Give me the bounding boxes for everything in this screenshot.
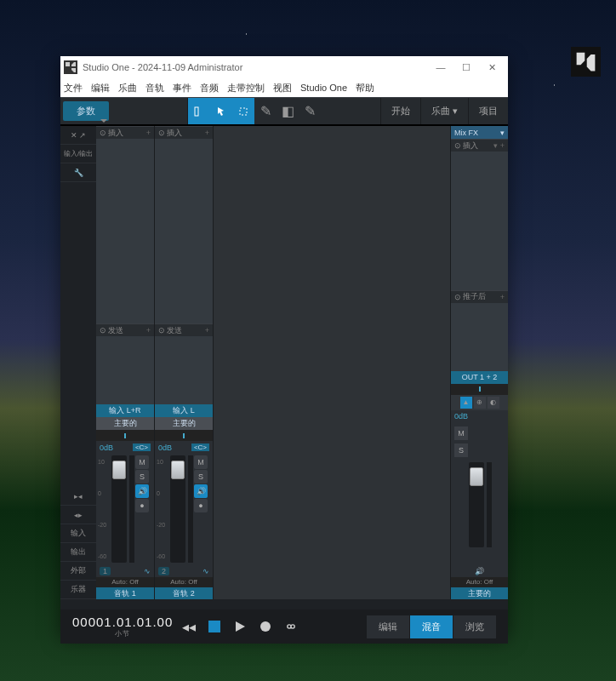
solo-button[interactable]: S	[135, 470, 149, 484]
io-button[interactable]: 输入/输出	[60, 145, 96, 163]
fader-handle[interactable]	[470, 467, 483, 486]
wrench-icon[interactable]: 🔧	[60, 163, 96, 182]
project-button[interactable]: 项目	[468, 98, 508, 124]
edit-mode-button[interactable]: 编辑	[367, 615, 409, 638]
tool-pointer[interactable]	[188, 98, 210, 124]
mute-button[interactable]: M	[194, 455, 208, 469]
mute-button[interactable]: M	[135, 455, 149, 469]
output-label[interactable]: OUT 1 + 2	[451, 371, 508, 384]
menu-edit[interactable]: 编辑	[91, 82, 110, 94]
monitor-button[interactable]: 🔊	[135, 484, 149, 498]
pan-control[interactable]	[155, 430, 213, 441]
tool-marquee[interactable]	[232, 98, 254, 124]
tool-eraser[interactable]: ◧	[277, 98, 299, 124]
master-channel: Mix FX▾ ⊙插入▾ + ⊙推子后+ OUT 1 + 2 ▲ ⊕ ◐ 0dB…	[450, 126, 508, 599]
output-label[interactable]: 主要的	[96, 417, 154, 430]
external-button[interactable]: 外部	[60, 562, 96, 581]
tool-paint[interactable]: ✎	[299, 98, 321, 124]
inserts-slot[interactable]	[155, 139, 213, 323]
horizontal-scrollbar[interactable]	[60, 599, 508, 609]
expand-icon[interactable]: ◂▸	[60, 506, 96, 524]
menu-audio[interactable]: 音频	[200, 82, 219, 94]
input-label[interactable]: 输入 L+R	[96, 404, 154, 417]
menu-track[interactable]: 音轨	[145, 82, 164, 94]
master-buttons: ▲ ⊕ ◐	[451, 395, 508, 410]
metronome-icon[interactable]: ▲	[460, 397, 472, 409]
inserts-header[interactable]: ⊙插入+	[96, 126, 154, 139]
instrument-button[interactable]: 乐器	[60, 581, 96, 599]
tray-app-icon[interactable]	[571, 47, 601, 77]
menu-file[interactable]: 文件	[64, 82, 83, 94]
gain-row: 0dB<C>	[155, 441, 213, 454]
menu-studio-one[interactable]: Studio One	[300, 83, 347, 93]
automation-mode[interactable]: Auto: Off	[451, 577, 508, 587]
browse-mode-button[interactable]: 浏览	[453, 615, 496, 638]
channel-number-row: 2∿	[155, 564, 213, 577]
inserts-header[interactable]: ⊙插入+	[155, 126, 213, 139]
inserts-header[interactable]: ⊙插入▾ +	[451, 139, 508, 152]
param-button[interactable]: 参数	[63, 101, 109, 121]
output-button[interactable]: 输出	[60, 543, 96, 562]
sends-slot[interactable]	[96, 336, 154, 404]
loop-button[interactable]	[282, 617, 300, 636]
fader[interactable]	[170, 455, 185, 563]
input-label[interactable]: 输入 L	[155, 404, 213, 417]
fader-handle[interactable]	[112, 461, 126, 479]
automation-mode[interactable]: Auto: Off	[96, 577, 154, 587]
channel-1: ⊙插入+ ⊙发送+ 输入 L+R 主要的 0dB<C> 100-20-60 M …	[96, 126, 155, 599]
wave-icon[interactable]: ∿	[144, 567, 151, 575]
mix-mode-button[interactable]: 混音	[410, 615, 453, 638]
inserts-slot[interactable]	[96, 139, 154, 323]
song-button[interactable]: 乐曲 ▾	[420, 98, 468, 124]
mono-button[interactable]: ⊕	[474, 397, 486, 409]
sends-header[interactable]: ⊙发送+	[96, 323, 154, 336]
collapse-icon[interactable]: ▸◂	[60, 487, 96, 506]
svg-rect-3	[208, 621, 220, 632]
wave-icon[interactable]: ∿	[202, 567, 209, 575]
solo-button[interactable]: S	[454, 444, 468, 457]
channel-name[interactable]: 音轨 1	[96, 587, 154, 599]
postfader-slot[interactable]	[451, 303, 508, 371]
close-button[interactable]: ✕	[479, 56, 505, 78]
record-button[interactable]	[256, 617, 275, 636]
menu-help[interactable]: 帮助	[356, 82, 374, 94]
rewind-button[interactable]: ◂◂	[180, 617, 198, 636]
output-label[interactable]: 主要的	[155, 417, 213, 430]
mute-button[interactable]: M	[454, 426, 468, 440]
menu-transport[interactable]: 走带控制	[227, 82, 265, 94]
menu-view[interactable]: 视图	[273, 82, 292, 94]
close-panel-icon[interactable]: ✕ ↗	[60, 126, 96, 145]
channel-name[interactable]: 音轨 2	[155, 587, 213, 599]
pan-control[interactable]	[96, 430, 154, 441]
tool-pencil[interactable]: ✎	[254, 98, 277, 124]
channel-number: 1	[100, 567, 111, 575]
automation-mode[interactable]: Auto: Off	[155, 577, 213, 587]
menu-event[interactable]: 事件	[173, 82, 191, 94]
time-display[interactable]: 00001.01.01.00 小节	[72, 615, 173, 638]
mixfx-header[interactable]: Mix FX▾	[451, 126, 508, 139]
inserts-slot[interactable]	[451, 152, 508, 290]
postfader-header[interactable]: ⊙推子后+	[451, 290, 508, 303]
start-button[interactable]: 开始	[380, 98, 420, 124]
solo-button[interactable]: S	[194, 470, 208, 484]
minimize-button[interactable]: —	[428, 56, 453, 78]
sends-header[interactable]: ⊙发送+	[155, 323, 213, 336]
monitor-button[interactable]: 🔊	[194, 484, 208, 498]
fader-handle[interactable]	[171, 461, 185, 479]
record-button[interactable]: ●	[135, 499, 149, 512]
tool-arrow[interactable]	[210, 98, 232, 124]
stop-button[interactable]	[205, 617, 224, 636]
sends-slot[interactable]	[155, 336, 213, 404]
pan-control[interactable]	[451, 384, 508, 395]
record-button[interactable]: ●	[194, 499, 208, 512]
master-name[interactable]: 主要的	[451, 587, 508, 599]
fader-area: 100-20-60 M S 🔊 ●	[96, 454, 154, 564]
dim-button[interactable]: ◐	[488, 397, 499, 409]
input-button[interactable]: 输入	[60, 524, 96, 543]
play-button[interactable]	[231, 617, 249, 636]
maximize-button[interactable]: ☐	[453, 56, 479, 78]
fader[interactable]	[111, 455, 127, 563]
meter	[188, 455, 193, 563]
master-fader[interactable]	[469, 462, 484, 547]
menu-song[interactable]: 乐曲	[118, 82, 137, 94]
